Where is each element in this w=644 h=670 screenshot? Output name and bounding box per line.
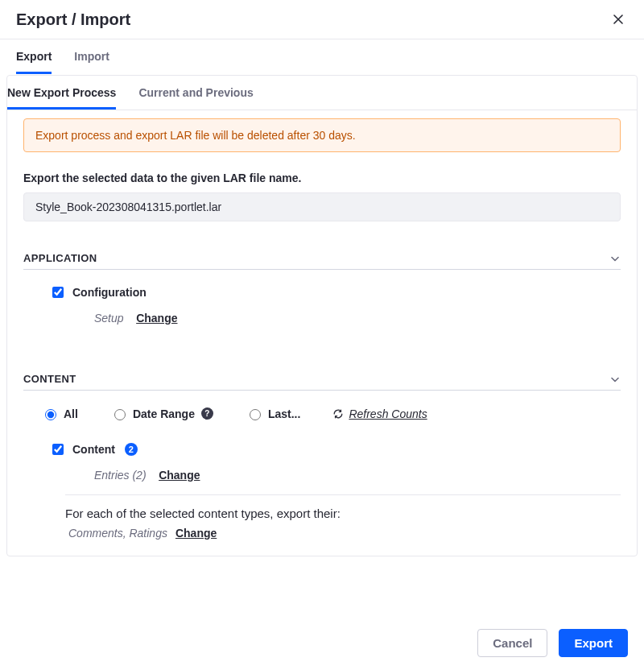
refresh-counts-label: Refresh Counts (349, 407, 427, 420)
content-types-change-link[interactable]: Change (175, 527, 217, 540)
content-scope-radios: All Date Range ? Last... (23, 407, 621, 420)
radio-date-range[interactable] (114, 409, 126, 420)
entries-label: Entries (2) (94, 469, 147, 482)
application-section-title: APPLICATION (23, 252, 97, 264)
configuration-setup-row: Setup Change (23, 312, 621, 325)
chevron-down-icon (609, 253, 621, 264)
entries-change-link[interactable]: Change (159, 469, 200, 482)
content-types-note: For each of the selected content types, … (65, 507, 621, 520)
modal-title: Export / Import (16, 10, 130, 29)
refresh-icon (332, 408, 344, 420)
radio-all-label: All (64, 407, 78, 420)
primary-tabs: Export Import (0, 39, 644, 75)
content-types-values-row: Comments, Ratings Change (68, 527, 621, 540)
export-button[interactable]: Export (559, 629, 628, 657)
radio-last[interactable] (250, 409, 261, 420)
chevron-down-icon (609, 374, 621, 385)
tab-import[interactable]: Import (74, 39, 109, 74)
filename-label: Export the selected data to the given LA… (23, 172, 621, 184)
content-checkbox[interactable] (52, 444, 64, 455)
content-types-values: Comments, Ratings (68, 527, 167, 540)
radio-date-range-wrap: Date Range ? (110, 407, 213, 420)
radio-date-range-label: Date Range (133, 407, 195, 420)
tab-new-export-process[interactable]: New Export Process (7, 76, 116, 110)
export-import-modal: Export / Import Export Import New Export… (0, 0, 644, 670)
radio-last-wrap: Last... (246, 407, 300, 420)
setup-change-link[interactable]: Change (136, 312, 177, 325)
modal-body: New Export Process Current and Previous … (0, 75, 644, 617)
tab-current-and-previous[interactable]: Current and Previous (138, 76, 253, 110)
help-icon[interactable]: ? (201, 407, 213, 420)
content-section-header[interactable]: CONTENT (23, 373, 621, 391)
filename-input[interactable] (23, 192, 621, 221)
content-item-row: Content 2 (23, 441, 621, 457)
secondary-tabs: New Export Process Current and Previous (7, 76, 637, 110)
application-section-header[interactable]: APPLICATION (23, 252, 621, 270)
content-count-badge: 2 (125, 443, 138, 456)
radio-all[interactable] (45, 409, 56, 420)
deletion-warning-alert: Export process and export LAR file will … (23, 118, 621, 152)
export-panel: New Export Process Current and Previous … (6, 75, 638, 556)
content-entries-row: Entries (2) Change (23, 469, 621, 482)
content-divider (65, 494, 621, 495)
configuration-checkbox[interactable] (52, 287, 64, 298)
modal-footer: Cancel Export (0, 617, 644, 670)
configuration-row: Configuration (23, 284, 621, 300)
content-label: Content (72, 443, 115, 456)
cancel-button[interactable]: Cancel (477, 629, 547, 657)
modal-header: Export / Import (0, 0, 644, 39)
tab-export[interactable]: Export (16, 39, 52, 74)
setup-label: Setup (94, 312, 124, 325)
radio-all-wrap: All (41, 407, 78, 420)
close-icon (612, 13, 625, 26)
close-button[interactable] (609, 10, 628, 29)
refresh-counts-link[interactable]: Refresh Counts (332, 407, 427, 420)
content-section-title: CONTENT (23, 373, 76, 385)
radio-last-label: Last... (268, 407, 300, 420)
configuration-label: Configuration (72, 286, 147, 299)
